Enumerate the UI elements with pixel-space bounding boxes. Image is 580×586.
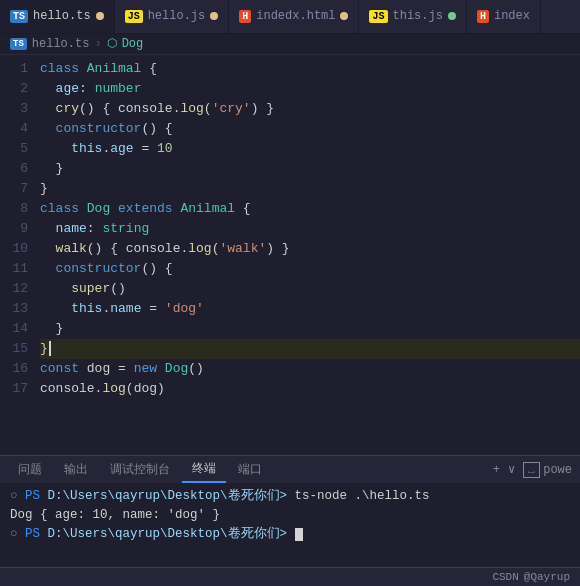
status-csdn: CSDN	[492, 571, 518, 583]
terminal-line: ○ PS D:\Users\qayrup\Desktop\卷死你们>	[10, 525, 570, 544]
code-line: const dog = new Dog()	[40, 359, 580, 379]
code-line: cry() { console.log('cry') }	[40, 99, 580, 119]
terminal-tab-issues[interactable]: 问题	[8, 457, 52, 482]
line-number: 8	[0, 199, 36, 219]
code-line: }	[40, 179, 580, 199]
terminal-tab-terminal[interactable]: 终端	[182, 456, 226, 483]
tab-index[interactable]: H index	[467, 0, 541, 34]
code-line: age: number	[40, 79, 580, 99]
breadcrumb: TS hello.ts › ⬡ Dog	[0, 34, 580, 55]
tab-this-js[interactable]: JS this.js	[359, 0, 466, 34]
code-line: }	[40, 159, 580, 179]
html-icon-1: H	[239, 10, 251, 23]
line-number: 3	[0, 99, 36, 119]
tab-this-js-label: this.js	[393, 9, 443, 23]
line-number: 4	[0, 119, 36, 139]
breadcrumb-symbol-icon: ⬡	[107, 36, 117, 51]
line-number: 12	[0, 279, 36, 299]
code-line: class Dog extends Anilmal {	[40, 199, 580, 219]
html-icon-2: H	[477, 10, 489, 23]
terminal-line: Dog { age: 10, name: 'dog' }	[10, 506, 570, 525]
line-number: 16	[0, 359, 36, 379]
editor-container: TS hello.ts JS hello.js H indedx.html JS…	[0, 0, 580, 586]
js-icon-2: JS	[369, 10, 387, 23]
code-line: this.age = 10	[40, 139, 580, 159]
js-icon-1: JS	[125, 10, 143, 23]
breadcrumb-symbol: Dog	[122, 37, 144, 51]
terminal-tab-debug[interactable]: 调试控制台	[100, 457, 180, 482]
code-area[interactable]: class Anilmal { age: number cry() { cons…	[36, 55, 580, 455]
code-line: super()	[40, 279, 580, 299]
status-bar: CSDN @Qayrup	[0, 567, 580, 586]
tab-hello-ts[interactable]: TS hello.ts	[0, 0, 115, 34]
code-line: constructor() {	[40, 259, 580, 279]
line-number: 2	[0, 79, 36, 99]
breadcrumb-separator: ›	[94, 37, 101, 51]
line-number: 6	[0, 159, 36, 179]
tab-indedx-html[interactable]: H indedx.html	[229, 0, 359, 34]
line-number: 5	[0, 139, 36, 159]
tab-index-label: index	[494, 9, 530, 23]
line-number: 11	[0, 259, 36, 279]
line-number: 7	[0, 179, 36, 199]
breadcrumb-file: hello.ts	[32, 37, 90, 51]
chevron-icon[interactable]: ∨	[508, 462, 515, 477]
tab-indedx-html-dot	[340, 12, 348, 20]
breadcrumb-icon-ts: TS	[10, 38, 27, 50]
tab-this-js-dot	[448, 12, 456, 20]
code-line: }	[40, 319, 580, 339]
code-line: name: string	[40, 219, 580, 239]
code-line: }	[40, 339, 580, 359]
line-number: 13	[0, 299, 36, 319]
code-line: this.name = 'dog'	[40, 299, 580, 319]
line-number: 9	[0, 219, 36, 239]
status-user: @Qayrup	[524, 571, 570, 583]
terminal-power-icon: ⎵ powe	[523, 462, 572, 478]
line-number: 14	[0, 319, 36, 339]
tab-hello-js-dot	[210, 12, 218, 20]
line-number: 10	[0, 239, 36, 259]
terminal-tab-ports[interactable]: 端口	[228, 457, 272, 482]
line-number: 15	[0, 339, 36, 359]
line-number: 17	[0, 379, 36, 399]
terminal-line: ○ PS D:\Users\qayrup\Desktop\卷死你们> ts-no…	[10, 487, 570, 506]
terminal-icons: + ∨ ⎵ powe	[493, 462, 572, 478]
terminal-tab-bar: 问题 输出 调试控制台 终端 端口 + ∨ ⎵ powe	[0, 455, 580, 483]
ts-icon: TS	[10, 10, 28, 23]
terminal-tab-output[interactable]: 输出	[54, 457, 98, 482]
tab-bar: TS hello.ts JS hello.js H indedx.html JS…	[0, 0, 580, 34]
code-line: class Anilmal {	[40, 59, 580, 79]
code-line: console.log(dog)	[40, 379, 580, 399]
plus-icon[interactable]: +	[493, 463, 500, 477]
tab-hello-js-label: hello.js	[148, 9, 206, 23]
tab-hello-ts-label: hello.ts	[33, 9, 91, 23]
line-number: 1	[0, 59, 36, 79]
code-line: constructor() {	[40, 119, 580, 139]
tab-hello-js[interactable]: JS hello.js	[115, 0, 230, 34]
terminal-body[interactable]: ○ PS D:\Users\qayrup\Desktop\卷死你们> ts-no…	[0, 483, 580, 566]
code-editor[interactable]: 1234567891011121314151617 class Anilmal …	[0, 55, 580, 455]
tab-indedx-html-label: indedx.html	[256, 9, 335, 23]
line-numbers: 1234567891011121314151617	[0, 55, 36, 455]
tab-hello-ts-dot	[96, 12, 104, 20]
code-line: walk() { console.log('walk') }	[40, 239, 580, 259]
